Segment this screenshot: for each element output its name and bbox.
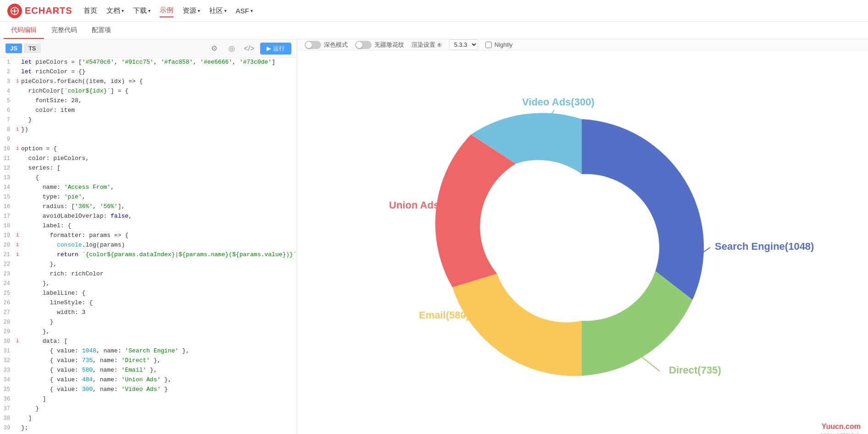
line-number: 17: [0, 212, 14, 221]
line-info-icon: [14, 346, 21, 356]
label-search-engine: Search Engine(1048): [715, 241, 814, 252]
code-line: 14 name: 'Access From',: [0, 183, 297, 192]
code-line: 3ipieColors.forEach((item, idx) => {: [0, 77, 297, 87]
line-number: 34: [0, 375, 14, 385]
code-line: 25 labelLine: {: [0, 289, 297, 298]
no-border-switch[interactable]: [355, 41, 372, 49]
tab-code-editor[interactable]: 代码编辑: [4, 22, 44, 39]
code-line: 17 avoidLabelOverlap: false,: [0, 212, 297, 221]
line-info-icon: i: [14, 125, 21, 135]
version-select[interactable]: 5.3.3 5.3.2 5.3.1: [449, 39, 478, 50]
line-info-icon: [14, 202, 21, 212]
line-info-icon: [14, 260, 21, 269]
line-number: 16: [0, 202, 14, 212]
line-number: 39: [0, 423, 14, 433]
nav-asf[interactable]: ASF ▾: [236, 5, 253, 16]
code-line: 18 label: {: [0, 221, 297, 231]
logo-text: ECHARTS: [25, 5, 72, 16]
line-content: }: [21, 404, 297, 414]
logo[interactable]: ECHARTS: [7, 4, 72, 18]
line-content: lineStyle: {: [21, 298, 297, 308]
line-content: { value: 735, name: 'Direct' },: [21, 356, 297, 366]
code-line: 29 },: [0, 327, 297, 337]
code-line: 10ioption = {: [0, 144, 297, 154]
language-tabs: JS TS: [6, 44, 41, 53]
line-content: {: [21, 173, 297, 183]
nightly-label: Nightly: [495, 41, 513, 48]
code-line: 21i return `{color${params.dataIndex}|${…: [0, 250, 297, 260]
share-icon[interactable]: ◎: [225, 42, 238, 55]
line-info-icon: [14, 67, 21, 77]
label-direct: Direct(735): [669, 364, 721, 376]
line-info-icon: i: [14, 144, 21, 154]
editor-actions: ⚙ ◎ </> ▶ 运行: [208, 42, 291, 55]
line-number: 18: [0, 221, 14, 231]
line-number: 5: [0, 96, 14, 106]
tab-full-code[interactable]: 完整代码: [44, 22, 84, 39]
code-line: 6 color: item: [0, 106, 297, 115]
nav-docs[interactable]: 文档 ▾: [106, 5, 124, 17]
chevron-down-icon: ▾: [148, 8, 150, 13]
line-info-icon: [14, 269, 21, 279]
no-border-toggle[interactable]: 无疆墩花纹: [355, 41, 404, 49]
code-line: 22 },: [0, 260, 297, 269]
run-button[interactable]: ▶ 运行: [260, 43, 291, 55]
line-content: label: {: [21, 221, 297, 231]
code-line: 24 },: [0, 279, 297, 289]
dark-mode-toggle[interactable]: 深色模式: [305, 41, 348, 49]
line-number: 29: [0, 327, 14, 337]
lang-tab-ts[interactable]: TS: [24, 44, 41, 53]
line-info-icon: [14, 192, 21, 202]
nightly-checkbox[interactable]: [485, 42, 492, 48]
code-editor[interactable]: 1let pieColors = ['#5470c6', '#91cc75', …: [0, 58, 297, 434]
code-line: 13 {: [0, 173, 297, 183]
line-info-icon: i: [14, 77, 21, 87]
line-info-icon: [14, 366, 21, 375]
line-content: avoidLabelOverlap: false,: [21, 212, 297, 221]
line-content: formatter: params => {: [21, 231, 297, 241]
code-line: 38 ]: [0, 414, 297, 423]
code-line: 32 { value: 735, name: 'Direct' },: [0, 356, 297, 366]
line-info-icon: [14, 164, 21, 173]
code-line: 37 }: [0, 404, 297, 414]
nav-community[interactable]: 社区 ▾: [209, 5, 227, 17]
settings-icon[interactable]: ⚙: [208, 42, 221, 55]
code-line: 2let richColor = {}: [0, 67, 297, 77]
nav-home[interactable]: 首页: [83, 5, 97, 17]
line-number: 1: [0, 58, 14, 67]
lang-tab-js[interactable]: JS: [6, 44, 22, 53]
run-icon: ▶: [267, 45, 271, 52]
page-tabs: 代码编辑 完整代码 配置项: [0, 22, 868, 39]
chevron-down-icon: ▾: [224, 8, 227, 13]
line-content: };: [21, 423, 297, 433]
render-settings-label[interactable]: 渲染设置 ⊕: [412, 41, 442, 49]
code-line: 16 radius: ['36%', '56%'],: [0, 202, 297, 212]
logo-icon: [7, 4, 22, 18]
line-content: }): [21, 125, 297, 135]
line-content: console.log(params): [21, 241, 297, 250]
tab-config[interactable]: 配置项: [84, 22, 118, 39]
line-number: 36: [0, 395, 14, 404]
line-number: 23: [0, 269, 14, 279]
line-content: },: [21, 327, 297, 337]
line-number: 30: [0, 337, 14, 346]
line-info-icon: [14, 289, 21, 298]
watermark: Yuucn.com: [822, 423, 861, 431]
line-content: },: [21, 260, 297, 269]
line-number: 6: [0, 106, 14, 115]
line-number: 3: [0, 77, 14, 87]
line-number: 31: [0, 346, 14, 356]
code-line: 31 { value: 1048, name: 'Search Engine' …: [0, 346, 297, 356]
code-line: 36 ]: [0, 395, 297, 404]
nav-examples[interactable]: 示例: [160, 4, 173, 17]
line-content: series: [: [21, 164, 297, 173]
code-icon[interactable]: </>: [243, 42, 256, 55]
line-content: color: item: [21, 106, 297, 115]
line-content: let richColor = {}: [21, 67, 297, 77]
nav-download[interactable]: 下载 ▾: [133, 5, 150, 17]
line-number: 32: [0, 356, 14, 366]
nav-resources[interactable]: 资源 ▾: [183, 5, 200, 17]
line-number: 15: [0, 192, 14, 202]
dark-mode-switch[interactable]: [305, 41, 321, 49]
code-line: 34 { value: 484, name: 'Union Ads' },: [0, 375, 297, 385]
